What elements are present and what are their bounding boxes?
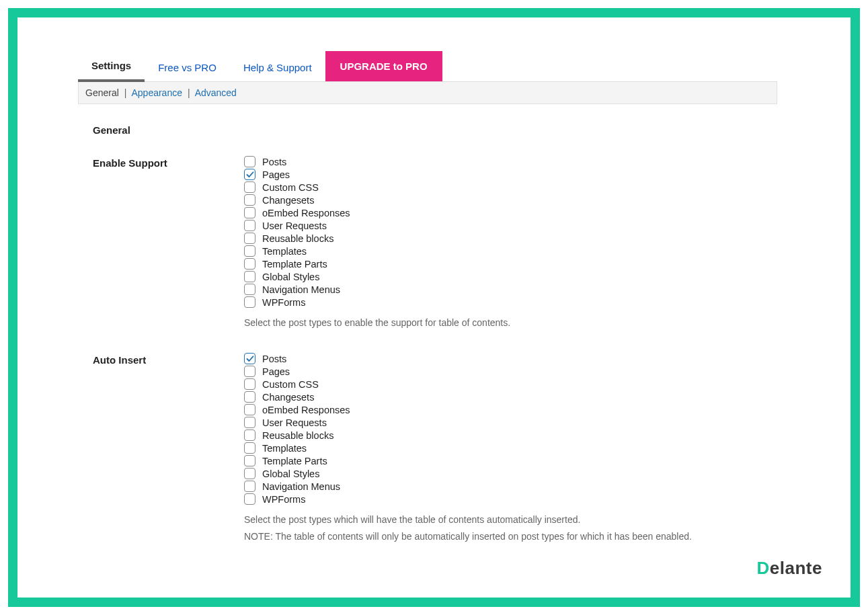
enable-support-option: Custom CSS — [244, 181, 777, 193]
tab-settings[interactable]: Settings — [78, 52, 145, 82]
auto-insert-option-label: User Requests — [262, 417, 327, 428]
app-frame: Settings Free vs PRO Help & Support UPGR… — [8, 8, 860, 607]
enable-support-option-label: User Requests — [262, 220, 327, 231]
auto-insert-checkbox[interactable] — [244, 366, 255, 377]
subnav-general[interactable]: General — [85, 87, 119, 98]
enable-support-option: Reusable blocks — [244, 233, 777, 244]
main-tabs: Settings Free vs PRO Help & Support UPGR… — [78, 51, 777, 82]
subnav-advanced[interactable]: Advanced — [195, 87, 237, 98]
auto-insert-option-label: Posts — [262, 354, 286, 364]
enable-support-checkbox[interactable] — [244, 245, 255, 257]
auto-insert-checkbox[interactable] — [244, 378, 255, 390]
help-auto-insert-1: Select the post types which will have th… — [244, 513, 777, 527]
auto-insert-checkbox[interactable] — [244, 391, 255, 403]
label-auto-insert: Auto Insert — [93, 353, 244, 366]
sub-navigation: General | Appearance | Advanced — [78, 82, 777, 104]
logo-d: D — [757, 558, 770, 578]
auto-insert-option-label: Global Styles — [262, 468, 319, 479]
help-enable-support: Select the post types to enable the supp… — [244, 316, 777, 330]
brand-logo: Delante — [757, 558, 822, 579]
tab-help-support[interactable]: Help & Support — [230, 54, 325, 81]
enable-support-option: Changesets — [244, 194, 777, 206]
enable-support-checkbox[interactable] — [244, 284, 255, 295]
auto-insert-options: PostsPagesCustom CSSChangesetsoEmbed Res… — [244, 353, 777, 544]
enable-support-option-label: oEmbed Responses — [262, 208, 350, 218]
auto-insert-option: Global Styles — [244, 468, 777, 479]
enable-support-checkbox[interactable] — [244, 220, 255, 231]
auto-insert-option-label: Changesets — [262, 392, 314, 403]
content: Settings Free vs PRO Help & Support UPGR… — [78, 51, 777, 544]
enable-support-option-label: Templates — [262, 246, 307, 257]
enable-support-checkbox[interactable] — [244, 169, 255, 180]
enable-support-option-label: Reusable blocks — [262, 233, 333, 244]
auto-insert-checkbox[interactable] — [244, 417, 255, 428]
auto-insert-option: oEmbed Responses — [244, 404, 777, 415]
enable-support-option: Posts — [244, 156, 777, 167]
separator: | — [188, 87, 190, 98]
auto-insert-option-label: Template Parts — [262, 456, 327, 466]
enable-support-option-label: Custom CSS — [262, 182, 319, 193]
separator: | — [124, 87, 127, 98]
enable-support-checkbox[interactable] — [244, 271, 255, 282]
enable-support-checkbox[interactable] — [244, 258, 255, 270]
auto-insert-checkbox[interactable] — [244, 455, 255, 466]
auto-insert-checkbox[interactable] — [244, 468, 255, 479]
enable-support-option: WPForms — [244, 296, 777, 308]
enable-support-option: Templates — [244, 245, 777, 257]
auto-insert-option: Custom CSS — [244, 378, 777, 390]
enable-support-option: Pages — [244, 169, 777, 180]
auto-insert-option: Template Parts — [244, 455, 777, 466]
enable-support-option: User Requests — [244, 220, 777, 231]
enable-support-option-label: Pages — [262, 169, 290, 180]
auto-insert-option: Changesets — [244, 391, 777, 403]
field-enable-support: Enable Support PostsPagesCustom CSSChang… — [78, 142, 777, 330]
enable-support-option-label: Global Styles — [262, 272, 319, 282]
enable-support-option-label: Navigation Menus — [262, 284, 340, 295]
enable-support-option-label: WPForms — [262, 297, 305, 308]
enable-support-option-label: Template Parts — [262, 259, 327, 270]
enable-support-checkbox[interactable] — [244, 181, 255, 193]
tab-upgrade-pro[interactable]: UPGRADE to PRO — [325, 51, 442, 81]
auto-insert-option: Posts — [244, 353, 777, 364]
auto-insert-checkbox[interactable] — [244, 481, 255, 492]
subnav-appearance[interactable]: Appearance — [131, 87, 182, 98]
auto-insert-option: Reusable blocks — [244, 429, 777, 441]
section-title-general: General — [78, 104, 777, 142]
auto-insert-option: WPForms — [244, 493, 777, 505]
auto-insert-checkbox[interactable] — [244, 429, 255, 441]
enable-support-options: PostsPagesCustom CSSChangesetsoEmbed Res… — [244, 156, 777, 330]
help-auto-insert-2: NOTE: The table of contents will only be… — [244, 530, 777, 544]
auto-insert-option: User Requests — [244, 417, 777, 428]
enable-support-option: Global Styles — [244, 271, 777, 282]
enable-support-checkbox[interactable] — [244, 233, 255, 244]
auto-insert-option: Navigation Menus — [244, 481, 777, 492]
enable-support-checkbox[interactable] — [244, 156, 255, 167]
auto-insert-checkbox[interactable] — [244, 493, 255, 505]
enable-support-option: Navigation Menus — [244, 284, 777, 295]
auto-insert-option-label: WPForms — [262, 494, 305, 505]
tab-free-vs-pro[interactable]: Free vs PRO — [145, 54, 230, 81]
logo-rest: elante — [770, 558, 822, 578]
auto-insert-option-label: Custom CSS — [262, 379, 319, 390]
field-auto-insert: Auto Insert PostsPagesCustom CSSChangese… — [78, 330, 777, 544]
auto-insert-option: Pages — [244, 366, 777, 377]
auto-insert-checkbox[interactable] — [244, 404, 255, 415]
enable-support-checkbox[interactable] — [244, 194, 255, 206]
auto-insert-option-label: Reusable blocks — [262, 430, 333, 441]
auto-insert-option-label: oEmbed Responses — [262, 405, 350, 415]
auto-insert-option: Templates — [244, 442, 777, 454]
enable-support-option: Template Parts — [244, 258, 777, 270]
auto-insert-option-label: Templates — [262, 443, 307, 454]
enable-support-checkbox[interactable] — [244, 296, 255, 308]
label-enable-support: Enable Support — [93, 156, 244, 169]
enable-support-option: oEmbed Responses — [244, 207, 777, 218]
enable-support-option-label: Posts — [262, 157, 286, 167]
auto-insert-option-label: Navigation Menus — [262, 481, 340, 492]
auto-insert-checkbox[interactable] — [244, 353, 255, 364]
enable-support-option-label: Changesets — [262, 195, 314, 206]
auto-insert-checkbox[interactable] — [244, 442, 255, 454]
enable-support-checkbox[interactable] — [244, 207, 255, 218]
auto-insert-option-label: Pages — [262, 366, 290, 377]
